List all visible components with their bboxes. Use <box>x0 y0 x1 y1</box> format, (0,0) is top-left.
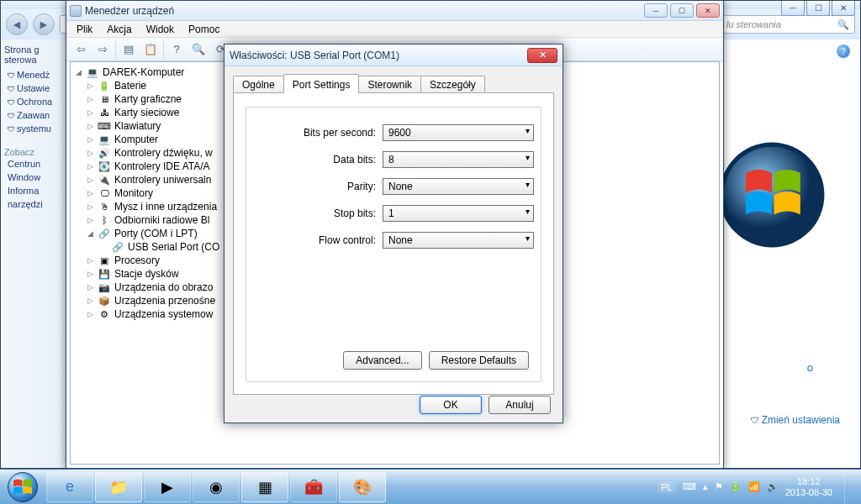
cp-sidebar-foot-item[interactable]: narzędzi <box>4 197 62 211</box>
taskbar-mediaplayer-icon[interactable]: ▶ <box>144 472 191 502</box>
expand-arrow-icon[interactable]: ▷ <box>86 149 94 157</box>
cp-sidebar-item[interactable]: Ochrona <box>4 95 62 108</box>
expand-arrow-icon[interactable]: ▷ <box>86 310 94 318</box>
prop-close-button[interactable]: ✕ <box>527 48 557 63</box>
setting-row: Bits per second:9600 <box>258 124 529 141</box>
change-settings-link[interactable]: Zmień ustawienia <box>751 414 840 426</box>
device-icon: 💾 <box>98 267 111 281</box>
dm-close-button[interactable]: ✕ <box>696 3 720 18</box>
expand-arrow-icon[interactable]: ▷ <box>86 283 94 291</box>
start-button[interactable] <box>0 470 45 505</box>
cp-tooltip-o: o <box>807 361 813 374</box>
tab-sterownik[interactable]: Sterownik <box>358 76 421 93</box>
restore-defaults-button[interactable]: Restore Defaults <box>429 351 529 370</box>
tab-port-settings[interactable]: Port Settings <box>283 74 360 93</box>
setting-select[interactable]: None <box>383 178 534 195</box>
cp-sidebar-item[interactable]: Menedż <box>4 68 62 81</box>
setting-select[interactable]: 8 <box>383 151 534 168</box>
expand-arrow-icon[interactable]: ▷ <box>86 95 94 103</box>
setting-select[interactable]: 1 <box>383 205 534 222</box>
language-indicator[interactable]: PL <box>658 481 675 493</box>
forward-button[interactable]: ► <box>33 13 55 35</box>
tray-network-icon[interactable]: 📶 <box>748 481 760 492</box>
nav-back-icon[interactable]: ⇦ <box>71 40 90 59</box>
expand-arrow-icon[interactable]: ▷ <box>86 216 94 224</box>
device-label: Monitory <box>114 187 153 199</box>
expand-arrow-icon[interactable]: ▷ <box>86 162 94 171</box>
tab-ogólne[interactable]: Ogólne <box>233 76 284 93</box>
device-icon: 💻 <box>98 133 111 146</box>
expand-arrow-icon[interactable]: ▷ <box>86 270 94 278</box>
device-icon: 🖧 <box>98 106 111 119</box>
setting-select[interactable]: None <box>383 232 534 249</box>
cp-sidebar-item[interactable]: Ustawie <box>4 81 62 95</box>
taskbar-chrome-icon[interactable]: ◉ <box>193 472 240 502</box>
expand-arrow-icon[interactable]: ▷ <box>86 108 94 117</box>
cp-search-input[interactable]: lu sterowania 🔍 <box>721 15 855 34</box>
tray-volume-icon[interactable]: 🔊 <box>767 481 779 492</box>
cp-sidebar-item[interactable]: Zaawan <box>4 108 62 122</box>
expand-arrow-icon[interactable]: ◢ <box>74 68 82 76</box>
tab-szczegóły[interactable]: Szczegóły <box>420 76 485 93</box>
cp-sidebar-foot-item[interactable]: Window <box>4 171 62 184</box>
device-label: Mysz i inne urządzenia <box>114 201 217 213</box>
tray-flag-icon[interactable]: ⚑ <box>715 481 723 492</box>
help-icon[interactable]: ? <box>837 45 850 58</box>
start-orb-icon <box>8 472 38 502</box>
expand-arrow-icon[interactable]: ▷ <box>86 297 94 305</box>
expand-arrow-icon[interactable]: ▷ <box>86 202 94 211</box>
show-desktop-button[interactable] <box>844 470 854 505</box>
show-hidden-icon[interactable]: ▤ <box>119 40 138 59</box>
taskbar-clock[interactable]: 18:12 2013-08-30 <box>785 476 832 496</box>
nav-forward-icon[interactable]: ⇨ <box>93 40 112 59</box>
expand-arrow-icon[interactable]: ▷ <box>86 189 94 197</box>
dm-minimize-button[interactable]: ─ <box>644 3 668 18</box>
device-icon: 💽 <box>98 160 111 173</box>
cancel-button[interactable]: Anuluj <box>489 396 551 414</box>
menu-item[interactable]: Widok <box>140 23 181 36</box>
prop-tabbar: OgólnePort SettingsSterownikSzczegóły <box>233 73 554 93</box>
device-icon: ▣ <box>98 254 111 267</box>
system-tray: PL ⌨ ▴ ⚑ 🔋 📶 🔊 18:12 2013-08-30 <box>658 470 854 505</box>
cp-minimize-button[interactable]: ─ <box>781 1 805 16</box>
setting-label: Flow control: <box>258 234 376 246</box>
search-icon: 🔍 <box>837 19 849 30</box>
menu-item[interactable]: Plik <box>70 23 99 36</box>
back-button[interactable]: ◄ <box>6 13 28 35</box>
taskbar-explorer-icon[interactable]: 📁 <box>95 472 142 502</box>
dm-maximize-button[interactable]: ☐ <box>670 3 694 18</box>
advanced-button[interactable]: Advanced... <box>343 351 421 370</box>
cp-maximize-button[interactable]: ☐ <box>806 1 830 16</box>
taskbar-control-panel-icon[interactable]: ▦ <box>241 472 288 502</box>
menu-item[interactable]: Pomoc <box>182 23 226 36</box>
tray-battery-icon[interactable]: 🔋 <box>730 481 742 492</box>
taskbar-ie-icon[interactable]: e <box>46 472 93 502</box>
setting-select[interactable]: 9600 <box>383 124 534 141</box>
port-settings-group: Bits per second:9600Data bits:8Parity:No… <box>246 107 541 382</box>
properties-icon[interactable]: 📋 <box>141 40 160 59</box>
taskbar-paint-icon[interactable]: 🎨 <box>339 472 386 502</box>
cp-sidebar-item[interactable]: systemu <box>4 122 62 135</box>
cp-sidebar-foot-item[interactable]: Informa <box>4 184 62 197</box>
device-icon: ᛒ <box>98 213 111 227</box>
prop-titlebar: Właściwości: USB Serial Port (COM1) ✕ <box>224 45 563 66</box>
scan-hardware-icon[interactable]: 🔍 <box>189 40 208 59</box>
expand-arrow-icon[interactable]: ▷ <box>86 176 94 184</box>
cp-close-button[interactable]: ✕ <box>832 1 855 16</box>
expand-arrow-icon[interactable]: ▷ <box>86 256 94 265</box>
device-icon: 🖵 <box>98 186 111 200</box>
expand-arrow-icon[interactable]: ◢ <box>86 229 94 238</box>
menu-item[interactable]: Akcja <box>100 23 138 36</box>
expand-arrow-icon[interactable]: ▷ <box>86 81 94 90</box>
help-toolbar-icon[interactable]: ? <box>167 40 186 59</box>
tray-keyboard-icon[interactable]: ⌨ <box>683 481 696 492</box>
tray-chevron-icon[interactable]: ▴ <box>703 481 708 492</box>
cp-sidebar-foot-item[interactable]: Centrun <box>4 157 62 171</box>
dm-menubar: PlikAkcjaWidokPomoc <box>66 21 723 38</box>
ok-button[interactable]: OK <box>420 396 482 414</box>
expand-arrow-icon[interactable]: ▷ <box>86 135 94 144</box>
device-label: Klawiatury <box>114 120 161 132</box>
expand-arrow-icon[interactable]: ▷ <box>86 122 94 130</box>
taskbar-toolbox-icon[interactable]: 🧰 <box>290 472 337 502</box>
device-label: Karty graficzne <box>114 93 182 105</box>
